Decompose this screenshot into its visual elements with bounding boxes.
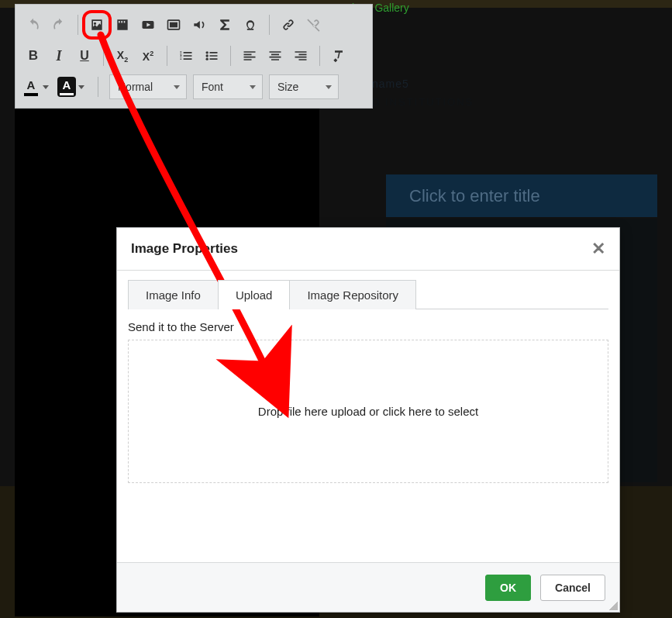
tab-image-repository[interactable]: Image Repository	[289, 280, 416, 309]
tab-image-info[interactable]: Image Info	[128, 280, 219, 309]
cancel-button[interactable]: Cancel	[540, 575, 605, 601]
dropzone-text: Drop file here upload or click here to s…	[258, 405, 478, 418]
ok-button[interactable]: OK	[485, 575, 531, 601]
modal-header: Image Properties ✕	[117, 228, 619, 271]
tab-upload[interactable]: Upload	[218, 280, 291, 309]
modal-title: Image Properties	[131, 241, 238, 257]
file-dropzone[interactable]: Drop file here upload or click here to s…	[128, 340, 608, 483]
modal-footer: OK Cancel	[117, 562, 619, 612]
send-to-server-label: Send it to the Server	[128, 320, 608, 333]
modal-body: Image Info Upload Image Repository Send …	[117, 271, 619, 562]
modal-close-button[interactable]: ✕	[591, 239, 605, 259]
modal-tabs: Image Info Upload Image Repository	[128, 280, 608, 309]
close-icon: ✕	[591, 239, 605, 258]
image-properties-modal: Image Properties ✕ Image Info Upload Ima…	[116, 227, 620, 613]
page-root: Back To Gallery B I U X2 X2	[0, 0, 672, 618]
resize-grip-icon[interactable]	[607, 599, 618, 610]
